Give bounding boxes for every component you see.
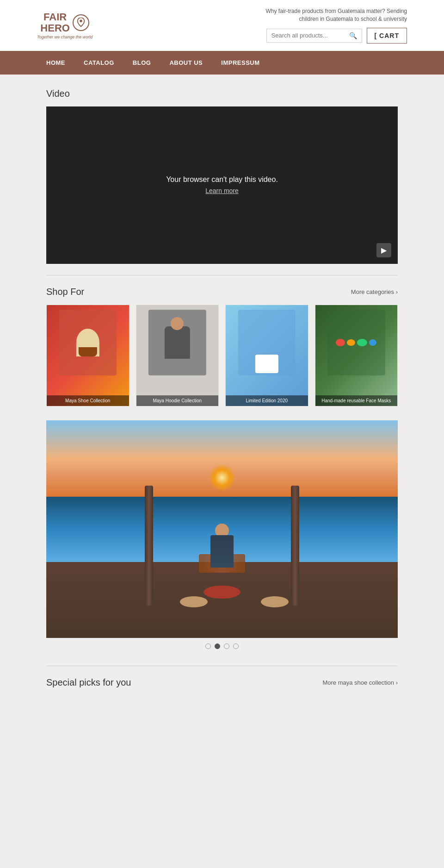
shop-section-title: Shop For — [46, 287, 84, 297]
header-right: Why fair-trade products from Guatemala m… — [259, 7, 407, 44]
header-banner: Why fair-trade products from Guatemala m… — [259, 7, 407, 23]
post-left — [145, 486, 153, 606]
video-play-button[interactable]: ▶ — [376, 243, 391, 257]
basket-left — [180, 596, 208, 607]
category-card-maya-shoe[interactable]: Maya Shoe Collection — [46, 305, 130, 406]
video-learn-more[interactable]: Learn more — [205, 187, 239, 194]
video-section-title: Video — [46, 88, 398, 99]
video-message: Your browser can't play this video. Lear… — [166, 175, 278, 195]
logo[interactable]: FAIR HERO Together we change the world — [37, 12, 92, 39]
main-content: Video Your browser can't play this video… — [46, 75, 398, 709]
weaver-scene — [46, 420, 398, 638]
divider-2 — [46, 666, 398, 666]
logo-tagline: Together we change the world — [37, 35, 92, 39]
cart-label: [ CART — [375, 32, 399, 39]
nav-blog[interactable]: BLOG — [123, 51, 160, 75]
logo-text-line2: HERO — [40, 23, 70, 34]
video-player[interactable]: Your browser can't play this video. Lear… — [46, 106, 398, 264]
nav-impressum[interactable]: IMPRESSUM — [212, 51, 269, 75]
logo-icon — [73, 14, 89, 31]
category-label-3: Limited Edition 2020 — [226, 395, 308, 406]
category-label-1: Maya Shoe Collection — [47, 395, 129, 406]
logo-text-line1: FAIR — [40, 12, 70, 23]
slide-dots — [46, 638, 398, 655]
slideshow — [46, 420, 398, 655]
special-picks-header: Special picks for you More maya shoe col… — [46, 677, 398, 688]
category-label-2: Maya Hoodie Collection — [136, 395, 219, 406]
dot-3[interactable] — [224, 643, 229, 649]
main-nav: HOME CATALOG BLOG ABOUT US IMPRESSUM — [0, 51, 444, 75]
dot-2[interactable] — [215, 643, 220, 649]
divider-1 — [46, 275, 398, 275]
nav-about[interactable]: ABOUT US — [160, 51, 212, 75]
yarn-basket — [204, 586, 240, 599]
figure — [204, 524, 240, 584]
header-actions: 🔍 [ CART — [266, 28, 407, 44]
search-box[interactable]: 🔍 — [266, 29, 362, 43]
more-shoe-collection-link[interactable]: More maya shoe collection › — [322, 679, 398, 686]
sun-glow — [208, 464, 236, 492]
video-cant-play: Your browser can't play this video. — [166, 175, 278, 184]
dot-4[interactable] — [233, 643, 239, 649]
category-label-4: Hand-made reusable Face Masks — [315, 395, 398, 406]
nav-catalog[interactable]: CATALOG — [74, 51, 123, 75]
search-input[interactable] — [271, 32, 349, 39]
nav-home[interactable]: HOME — [37, 51, 74, 75]
slide-image — [46, 420, 398, 638]
svg-point-0 — [80, 20, 82, 23]
figure-body — [210, 535, 234, 568]
category-card-limited[interactable]: Limited Edition 2020 — [225, 305, 308, 406]
special-picks-title: Special picks for you — [46, 677, 131, 688]
site-header: FAIR HERO Together we change the world W… — [0, 0, 444, 51]
shop-header: Shop For More categories › — [46, 287, 398, 297]
more-categories-link[interactable]: More categories › — [351, 288, 398, 295]
category-grid: Maya Shoe Collection Maya Hoodie Collect… — [46, 305, 398, 406]
dot-1[interactable] — [205, 643, 211, 649]
post-right — [291, 486, 299, 606]
category-card-maya-hoodie[interactable]: Maya Hoodie Collection — [136, 305, 219, 406]
category-card-masks[interactable]: Hand-made reusable Face Masks — [315, 305, 398, 406]
search-button[interactable]: 🔍 — [349, 32, 357, 39]
cart-button[interactable]: [ CART — [367, 28, 407, 44]
